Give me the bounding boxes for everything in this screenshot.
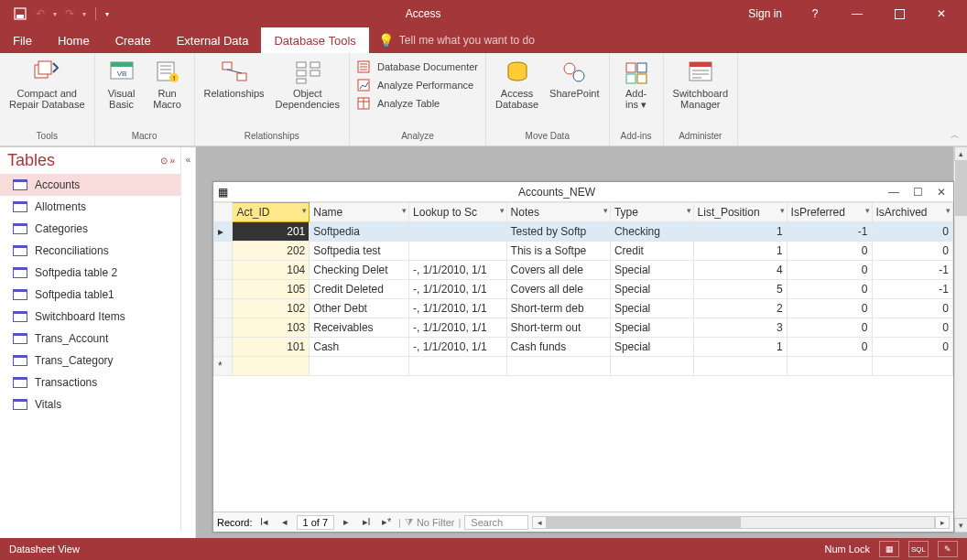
minimize-button[interactable]: — <box>837 0 877 27</box>
column-header[interactable]: IsArchived▾ <box>872 203 952 222</box>
tab-external-data[interactable]: External Data <box>164 27 262 53</box>
nav-item-accounts[interactable]: Accounts <box>0 174 180 196</box>
collapse-ribbon-icon[interactable]: ︿ <box>951 129 960 142</box>
table-row[interactable]: 103Receivables-, 1/1/2010, 1/1Short-term… <box>214 318 953 338</box>
table-icon <box>13 355 27 366</box>
save-icon[interactable] <box>13 6 27 21</box>
nav-item-softpedia-table1[interactable]: Softpedia table1 <box>0 284 180 306</box>
object-dependencies-button[interactable]: Object Dependencies <box>272 55 343 110</box>
first-record-button[interactable]: I◂ <box>256 516 273 528</box>
svg-text:VB: VB <box>116 70 126 78</box>
column-header[interactable]: Act_ID▾ <box>233 203 310 222</box>
sharepoint-button[interactable]: SharePoint <box>546 55 603 99</box>
datasheet-grid[interactable]: Act_ID▾Name▾Lookup to Sc▾Notes▾Type▾List… <box>213 202 953 512</box>
svg-rect-4 <box>38 61 51 74</box>
new-row[interactable]: * <box>214 357 953 376</box>
run-macro-button[interactable]: ! Run Macro <box>147 55 189 110</box>
win-minimize-button[interactable]: — <box>882 186 906 199</box>
status-bar: Datasheet View Num Lock ▦ SQL ✎ <box>0 538 967 560</box>
table-row[interactable]: 104Checking Delet-, 1/1/2010, 1/1Covers … <box>214 261 953 280</box>
nav-item-allotments[interactable]: Allotments <box>0 196 180 218</box>
no-filter-label[interactable]: No Filter <box>417 517 455 528</box>
svg-point-22 <box>564 63 575 74</box>
table-row[interactable]: 101Cash-, 1/1/2010, 1/1Cash fundsSpecial… <box>214 338 953 357</box>
prev-record-button[interactable]: ◂ <box>277 516 293 528</box>
nav-item-transactions[interactable]: Transactions <box>0 372 180 393</box>
redo-icon[interactable]: ↷ <box>62 6 77 21</box>
horizontal-scrollbar[interactable]: ◂ ▸ <box>532 516 950 529</box>
table-icon <box>13 179 27 190</box>
win-maximize-button[interactable]: ☐ <box>906 186 929 199</box>
svg-rect-15 <box>297 79 306 83</box>
analyze-table-button[interactable]: Analyze Table <box>355 95 480 112</box>
datasheet-view-button[interactable]: ▦ <box>879 541 899 557</box>
table-row[interactable]: 202Softpedia testThis is a SoftpeCredit1… <box>214 242 953 261</box>
nav-shutter-bar[interactable]: « <box>180 147 195 532</box>
undo-icon[interactable]: ↶ <box>33 6 48 21</box>
design-view-button[interactable]: ✎ <box>938 541 958 557</box>
compact-repair-button[interactable]: Compact and Repair Database <box>5 55 89 110</box>
addins-icon <box>623 59 650 86</box>
help-button[interactable]: ? <box>795 0 835 27</box>
nav-item-vitals[interactable]: Vitals <box>0 393 180 415</box>
visual-basic-button[interactable]: VB Visual Basic <box>101 55 143 110</box>
column-header[interactable]: IsPreferred▾ <box>787 203 872 222</box>
next-record-button[interactable]: ▸ <box>338 516 354 528</box>
sharepoint-icon <box>560 59 588 86</box>
win-close-button[interactable]: ✕ <box>929 186 953 199</box>
tab-home[interactable]: Home <box>45 27 103 53</box>
svg-rect-1 <box>16 15 24 18</box>
nav-item-trans_category[interactable]: Trans_Category <box>0 350 180 372</box>
tab-create[interactable]: Create <box>103 27 164 53</box>
access-database-button[interactable]: Access Database <box>492 55 542 110</box>
navigation-pane: Tables ⊙ » AccountsAllotmentsCategoriesR… <box>0 146 196 538</box>
nav-dropdown-icon[interactable]: ⊙ » <box>160 156 175 166</box>
svg-rect-26 <box>626 74 636 83</box>
last-record-button[interactable]: ▸I <box>358 516 375 528</box>
maximize-button[interactable] <box>879 0 919 27</box>
table-row[interactable]: ▸201SoftpediaTested by SoftpChecking1-10 <box>214 222 953 242</box>
record-position[interactable]: 1 of 7 <box>297 515 335 530</box>
tell-me[interactable]: 💡 Tell me what you want to do <box>369 27 544 53</box>
datasheet-window: ▦ Accounts_NEW — ☐ ✕ Act_ID▾Name▾Lookup … <box>212 181 954 533</box>
svg-rect-29 <box>690 62 712 67</box>
sign-in-link[interactable]: Sign in <box>737 7 793 20</box>
table-row[interactable]: 102Other Debt-, 1/1/2010, 1/1Short-term … <box>214 299 953 318</box>
vertical-scrollbar[interactable]: ▴ ▾ <box>953 146 967 533</box>
analyze-performance-button[interactable]: Analyze Performance <box>355 77 480 93</box>
column-header[interactable]: Type▾ <box>610 203 693 222</box>
nav-item-trans_account[interactable]: Trans_Account <box>0 328 180 350</box>
lightbulb-icon: 💡 <box>378 33 394 48</box>
column-header[interactable]: Name▾ <box>310 203 409 222</box>
column-header[interactable]: Lookup to Sc▾ <box>409 203 507 222</box>
switchboard-manager-button[interactable]: Switchboard Manager <box>669 55 733 110</box>
table-row[interactable]: 105Credit Deleted-, 1/1/2010, 1/1Covers … <box>214 280 953 299</box>
search-box[interactable]: Search <box>464 515 528 530</box>
nav-item-switchboard-items[interactable]: Switchboard Items <box>0 306 180 328</box>
nav-item-reconciliations[interactable]: Reconciliations <box>0 240 180 262</box>
object-dependencies-icon <box>294 59 321 86</box>
tab-database-tools[interactable]: Database Tools <box>261 27 368 53</box>
add-ins-button[interactable]: Add- ins ▾ <box>615 55 657 110</box>
table-icon <box>13 201 27 212</box>
ribbon: Compact and Repair Database Tools VB Vis… <box>0 53 967 146</box>
svg-rect-13 <box>297 62 306 68</box>
close-button[interactable]: ✕ <box>921 0 962 27</box>
group-label: Relationships <box>201 131 343 145</box>
nav-header[interactable]: Tables <box>7 151 55 170</box>
sql-view-button[interactable]: SQL <box>908 541 929 557</box>
new-record-button[interactable]: ▸* <box>378 516 395 528</box>
table-icon <box>13 267 27 278</box>
table-icon <box>13 245 27 256</box>
database-documenter-button[interactable]: Database Documenter <box>355 59 480 75</box>
group-label: Macro <box>101 131 189 145</box>
svg-point-23 <box>573 70 584 81</box>
nav-item-categories[interactable]: Categories <box>0 218 180 240</box>
relationships-button[interactable]: Relationships <box>201 55 268 99</box>
nav-item-softpedia-table-2[interactable]: Softpedia table 2 <box>0 262 180 284</box>
column-header[interactable]: List_Position▾ <box>693 203 787 222</box>
tab-file[interactable]: File <box>0 27 45 53</box>
svg-rect-27 <box>637 74 646 83</box>
svg-rect-14 <box>297 70 306 76</box>
column-header[interactable]: Notes▾ <box>506 203 610 222</box>
